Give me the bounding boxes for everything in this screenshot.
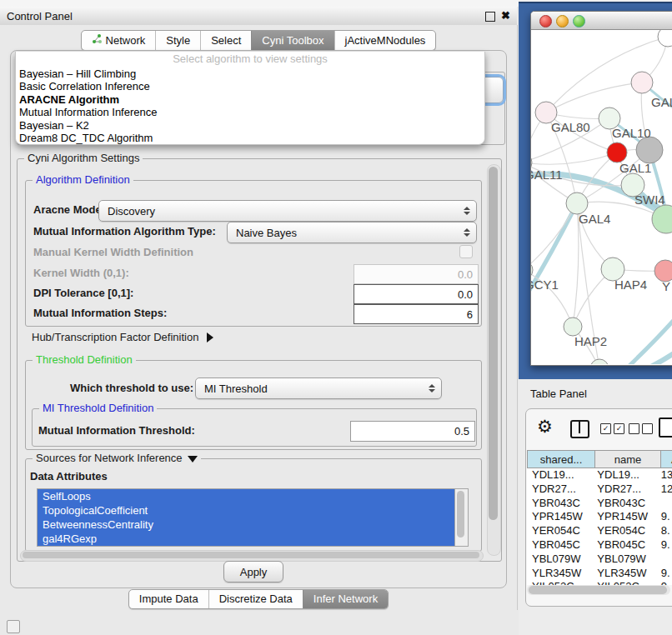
deselect-all-columns-icon[interactable] [629,423,653,434]
which-threshold-value: MI Threshold [204,382,268,395]
zoom-traffic-light-icon[interactable] [573,15,585,28]
collapse-down-arrow-icon [188,456,198,462]
sources-group-title[interactable]: Sources for Network Inference [33,452,201,464]
settings-vertical-scrollbar[interactable] [487,164,501,556]
table-row[interactable]: YLR345WYLR345W9. [527,567,672,581]
mi-threshold-field[interactable]: 0.5 [350,421,475,442]
aracne-mode-label: Aracne Mode: [33,203,105,216]
combo-arrows-icon [464,228,470,237]
node-label: SWI4 [634,192,665,207]
network-edge-thick [531,203,577,315]
network-node-hap2[interactable] [564,318,582,336]
algorithm-dropdown-popup: Select algorithm to view settings Bayesi… [15,52,485,145]
attribute-list-scrollbar[interactable] [454,488,469,547]
export-table-icon[interactable] [659,418,672,438]
screen: Control Panel ✖ NetworkStyleSelectCyni T… [0,0,672,635]
algorithm-menu-item[interactable]: Bayesian – K2 [16,119,484,132]
algorithm-menu-item[interactable]: Dream8 DC_TDC Algorithm [16,132,484,144]
threshold-definition-title: Threshold Definition [33,353,136,366]
panel-grip-icon[interactable] [7,620,20,633]
attribute-list-item[interactable]: SelfLoops [38,489,455,503]
manual-kernel-checkbox[interactable] [459,245,473,258]
column-header-1[interactable]: shared... [527,450,595,468]
mi-steps-field[interactable]: 6 [354,304,479,324]
table-row[interactable]: YDR27...YDR27...12 [527,482,672,497]
algorithm-menu-item[interactable]: Bayesian – Hill Climbing [16,68,484,80]
tab-network[interactable]: Network [82,31,156,50]
combo-arrows-icon [464,207,470,215]
algorithm-menu-item[interactable]: Basic Correlation Inference [16,80,484,92]
control-panel-title: Control Panel [7,10,73,22]
hub-definition-expander[interactable]: Hub/Transcription Factor Definition [32,331,213,343]
attribute-list-item[interactable]: BetweennessCentrality [38,518,455,532]
settings-group-title: Cyni Algorithm Settings [24,152,143,164]
split-view-icon[interactable] [570,420,589,438]
table-cell: YLR345W [594,567,659,581]
dpi-tolerance-label: DPI Tolerance [0,1]: [33,287,133,299]
algorithm-menu-item[interactable]: Mutual Information Inference [16,106,484,118]
table-cell: YBR043C [527,497,594,511]
network-edge-thick [604,307,672,364]
close-traffic-light-icon[interactable] [539,15,552,28]
mi-steps-label: Mutual Information Steps: [33,307,167,319]
network-canvas[interactable]: GALGAL80GAL10GAL1GAL11SWI4GAL4GCY1HAP4YH… [531,30,672,364]
table-cell: YBR043C [594,497,659,511]
tab-infer-network[interactable]: Infer Network [303,590,388,608]
table-cell: YDR27... [594,482,659,497]
kernel-width-field[interactable]: 0.0 [354,264,479,284]
tab-discretize-data[interactable]: Discretize Data [208,590,303,608]
node-label: GAL80 [551,120,590,134]
network-edge [573,203,579,327]
tab-jactivemnodules[interactable]: jActiveMNodules [334,31,436,50]
gear-icon[interactable]: ⚙ [537,418,553,436]
column-header-2[interactable]: name [595,450,661,468]
table-cell: YBL079W [527,552,594,567]
float-window-icon[interactable] [485,12,495,22]
table-row[interactable]: YBR043CYBR043C [527,497,672,511]
table-cell [659,497,672,511]
mi-type-combobox[interactable]: Naive Bayes [227,222,477,243]
table-horizontal-scrollbar[interactable] [527,585,670,595]
tab-select[interactable]: Select [200,31,251,50]
node-label: GAL11 [531,168,563,182]
network-window-titlebar[interactable] [531,12,672,30]
tab-style[interactable]: Style [155,31,200,50]
minimize-traffic-light-icon[interactable] [556,15,569,28]
table-cell: 13 [659,468,672,482]
manual-kernel-label: Manual Kernel Width Definition [33,246,193,258]
which-threshold-combobox[interactable]: MI Threshold [195,378,442,399]
node-label: GAL1 [619,161,651,175]
table-cell: YPR145W [594,510,659,524]
aracne-mode-combobox[interactable]: Discovery [98,200,477,222]
table-panel-title: Table Panel [530,388,587,400]
table-row[interactable]: YER054CYER054C8. [527,524,672,538]
attribute-list-item[interactable]: gal4RGexp [38,532,455,546]
close-icon[interactable]: ✖ [501,9,510,22]
kernel-width-label: Kernel Width (0,1): [33,267,129,279]
network-node[interactable] [658,30,672,47]
mi-type-value: Naive Bayes [236,227,297,239]
attribute-list-item[interactable]: TopologicalCoefficient [38,503,455,518]
tab-cyni-toolbox[interactable]: Cyni Toolbox [251,31,333,50]
node-label: GAL4 [579,212,610,226]
table-row[interactable]: YBL079WYBL079W [527,552,672,567]
combo-arrows-icon [429,384,435,392]
table-row[interactable]: YPR145WYPR145W9. [527,510,672,524]
settings-horizontal-scrollbar[interactable] [20,550,484,562]
network-node[interactable] [636,137,663,163]
algorithm-list: Bayesian – Hill ClimbingBasic Correlatio… [16,68,484,144]
network-node-gal[interactable] [631,72,653,93]
mi-threshold-group-title: MI Threshold Definition [39,402,157,414]
select-all-columns-icon[interactable]: ✓✓ [600,423,624,434]
dpi-tolerance-field[interactable]: 0.0 [354,284,479,304]
data-attributes-label: Data Attributes [30,470,108,482]
column-header-3[interactable]: A [661,450,672,468]
algorithm-menu-item[interactable]: ARACNE Algorithm [16,93,484,106]
apply-button[interactable]: Apply [223,561,283,582]
network-node-gal1[interactable] [607,142,627,162]
tab-impute-data[interactable]: Impute Data [129,590,208,608]
table-cell: YBR045C [527,538,594,552]
table-row[interactable]: YBR045CYBR045C9. [527,538,672,552]
table-row[interactable]: YDL19...YDL19...13 [527,468,672,482]
network-node[interactable] [590,359,609,364]
